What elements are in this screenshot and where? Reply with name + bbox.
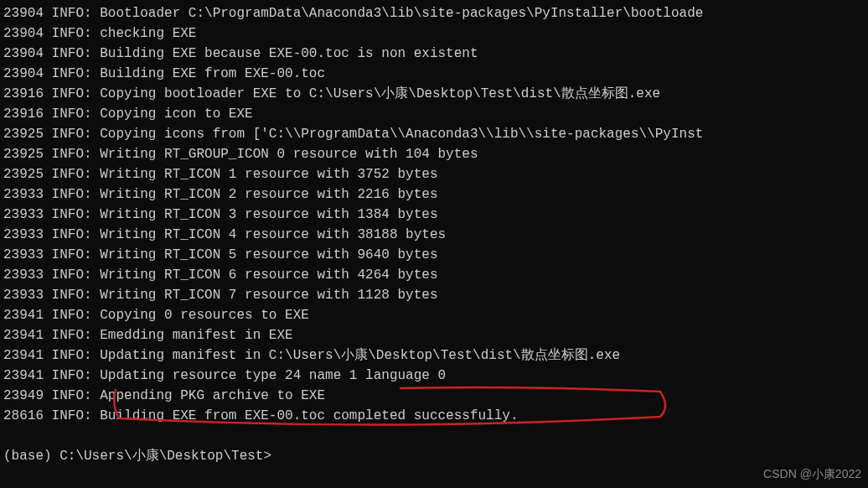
log-line: 23933 INFO: Writing RT_ICON 2 resource w… <box>3 184 865 205</box>
log-line: 23904 INFO: checking EXE <box>3 23 865 44</box>
log-line: 23933 INFO: Writing RT_ICON 7 resource w… <box>3 285 865 305</box>
log-line: 23904 INFO: Building EXE from EXE-00.toc <box>3 64 865 84</box>
log-line: 23941 INFO: Updating resource type 24 na… <box>3 366 865 386</box>
terminal-output[interactable]: 23904 INFO: Bootloader C:\ProgramData\An… <box>0 0 868 470</box>
log-line: 23916 INFO: Copying bootloader EXE to C:… <box>3 84 865 104</box>
watermark: CSDN @小康2022 <box>763 465 861 483</box>
log-line: 23933 INFO: Writing RT_ICON 3 resource w… <box>3 205 865 225</box>
log-line: 23941 INFO: Updating manifest in C:\User… <box>3 345 865 366</box>
log-line: 23925 INFO: Copying icons from ['C:\\Pro… <box>3 124 865 144</box>
command-prompt[interactable]: (base) C:\Users\小康\Desktop\Test> <box>3 446 865 466</box>
log-line: 23933 INFO: Writing RT_ICON 4 resource w… <box>3 225 865 245</box>
log-line: 28616 INFO: Building EXE from EXE-00.toc… <box>3 406 865 426</box>
log-line: 23933 INFO: Writing RT_ICON 6 resource w… <box>3 265 865 285</box>
log-line: 23925 INFO: Writing RT_ICON 1 resource w… <box>3 164 865 184</box>
log-line: 23904 INFO: Bootloader C:\ProgramData\An… <box>3 3 865 23</box>
log-line: 23933 INFO: Writing RT_ICON 5 resource w… <box>3 245 865 265</box>
log-line: 23904 INFO: Building EXE because EXE-00.… <box>3 44 865 64</box>
log-line: 23949 INFO: Appending PKG archive to EXE <box>3 386 865 406</box>
log-line: 23916 INFO: Copying icon to EXE <box>3 104 865 124</box>
log-line: 23925 INFO: Writing RT_GROUP_ICON 0 reso… <box>3 144 865 164</box>
log-line: 23941 INFO: Emedding manifest in EXE <box>3 325 865 345</box>
log-line: 23941 INFO: Copying 0 resources to EXE <box>3 305 865 325</box>
